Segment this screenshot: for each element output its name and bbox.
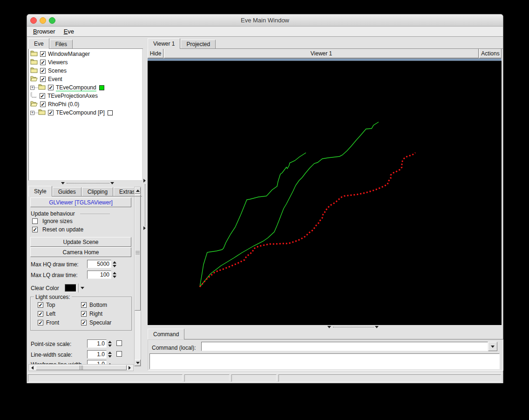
max-lq-input[interactable]: 100 [87,271,111,279]
max-hq-stepper[interactable] [111,260,117,268]
scroll-right-button[interactable] [127,365,133,371]
tab-viewer-1[interactable]: Viewer 1 [148,38,180,49]
light-specular-checkbox[interactable]: ✓ [81,320,87,325]
point-size-input[interactable]: 1.0 [87,339,107,348]
splitter-arrow-icon[interactable] [375,326,379,328]
tree-item-label[interactable]: TEveCompound [56,84,96,91]
viewer-title-bar[interactable]: Viewer 1 [164,48,479,58]
tree-item-viewers[interactable]: ✓ Viewers [30,58,68,67]
reset-on-update-checkbox[interactable]: ✓ [32,227,38,232]
tab-clipping[interactable]: Clipping [82,187,113,196]
ignore-sizes-checkbox[interactable] [32,218,38,224]
light-front-checkbox[interactable]: ✓ [38,320,43,325]
splitter-arrow-icon[interactable] [327,326,331,328]
tab-command[interactable]: Command [148,329,184,339]
tree-checkbox[interactable]: ✓ [40,60,46,65]
tree-item-teveprojectionaxes[interactable]: ✓ TEveProjectionAxes [30,92,98,100]
gl-viewer[interactable] [148,61,502,325]
spin-down-icon[interactable] [108,355,112,358]
tree-item-event[interactable]: ✓ Event [30,75,62,83]
tree-checkbox[interactable]: ✓ [48,85,54,90]
tree-item-label[interactable]: Event [48,76,62,82]
light-right-checkbox[interactable]: ✓ [81,311,87,317]
splitter-arrow-icon[interactable] [110,182,114,184]
spin-up-icon[interactable] [108,352,112,354]
tree-item-windowmanager[interactable]: ✓ WindowManager [30,50,90,58]
scroll-down-button[interactable] [135,359,141,366]
tree-item-tevecompound[interactable]: + ✓ TEveCompound [30,83,104,92]
style-vertical-scrollbar[interactable] [134,187,141,366]
tree-checkbox[interactable]: ✓ [48,110,54,115]
wireframe-stepper[interactable] [107,360,113,364]
tree-checkbox[interactable]: ✓ [40,102,46,107]
spin-up-icon[interactable] [108,341,112,343]
tree-item-tevecompound-p[interactable]: + ✓ TEveCompound [P] [30,108,113,117]
tree-item-label[interactable]: WindowManager [48,51,90,57]
spin-up-icon[interactable] [113,261,116,264]
point-size-stepper[interactable] [107,339,113,348]
scrollbar-thumb[interactable] [36,365,127,370]
tree-style-splitter[interactable] [28,181,142,185]
command-output[interactable] [149,353,500,369]
scroll-left-button[interactable] [29,365,35,371]
tab-guides[interactable]: Guides [53,187,81,196]
clear-color-dropdown-icon[interactable] [81,287,84,289]
light-left-checkbox[interactable]: ✓ [38,311,43,317]
tab-style[interactable]: Style [28,186,52,196]
command-input[interactable] [201,342,488,351]
camera-home-button[interactable]: Camera Home [30,247,131,257]
red-track[interactable] [200,153,415,287]
splitter-arrow-icon[interactable] [61,182,65,184]
tree-checkbox[interactable]: ✓ [40,76,46,82]
tab-projected[interactable]: Projected [181,40,216,49]
update-scene-button[interactable]: Update Scene [30,237,131,247]
title-bar[interactable]: Eve Main Window [27,14,503,27]
spin-down-icon[interactable] [113,276,116,278]
tab-files[interactable]: Files [50,40,73,49]
tree-checkbox[interactable]: ✓ [40,51,46,57]
wireframe-line-width-input[interactable]: 1.0 [87,360,107,364]
style-horizontal-scrollbar[interactable] [28,364,134,371]
scrollbar-thumb[interactable] [135,194,141,311]
max-hq-label: Max HQ draw time: [31,261,79,268]
point-size-checkbox[interactable] [116,340,122,346]
line-width-input[interactable]: 1.0 [87,350,107,359]
light-bottom-label: Bottom [89,302,107,308]
tree-item-label[interactable]: Scenes [48,68,67,74]
line-width-checkbox[interactable] [116,351,122,357]
glviewer-name-button[interactable]: GLViewer [TGLSAViewer] [30,197,131,207]
tree-item-label[interactable]: RhoPhi (0.0) [48,101,79,108]
tree-item-label[interactable]: TEveProjectionAxes [47,93,98,99]
tree-item-scenes[interactable]: ✓ Scenes [30,67,67,75]
command-history-dropdown[interactable] [488,342,497,351]
splitter-arrow-icon[interactable] [143,226,146,230]
light-top-checkbox[interactable]: ✓ [38,302,43,308]
color-swatch[interactable] [108,110,113,115]
spin-up-icon[interactable] [113,272,116,274]
menu-browser[interactable]: Browser [29,27,60,36]
max-hq-input[interactable]: 5000 [87,260,111,268]
spin-down-icon[interactable] [113,265,116,267]
menu-eve[interactable]: Eve [60,27,78,36]
clear-color-swatch[interactable] [65,284,76,292]
tree-checkbox[interactable]: ✓ [40,93,45,99]
line-width-stepper[interactable] [107,350,113,359]
tab-eve[interactable]: Eve [28,38,49,49]
tree-item-label[interactable]: TEveCompound [P] [56,109,105,116]
tree-item-label[interactable]: Viewers [48,59,68,66]
light-bottom-checkbox[interactable]: ✓ [81,302,87,308]
actions-button[interactable]: Actions [479,48,502,58]
spin-down-icon[interactable] [108,345,112,347]
expand-plus-icon[interactable]: + [30,111,34,115]
hide-button[interactable]: Hide [148,48,163,58]
green-track-left[interactable] [200,153,306,287]
tree-item-rhophi[interactable]: ✓ RhoPhi (0.0) [30,100,79,108]
color-swatch[interactable] [99,85,104,90]
status-segment [231,374,277,382]
max-lq-stepper[interactable] [111,271,117,279]
splitter-arrow-icon[interactable] [143,179,146,183]
scroll-up-button[interactable] [135,187,141,194]
expand-plus-icon[interactable]: + [30,86,34,90]
tree-checkbox[interactable]: ✓ [40,68,46,74]
green-track-right[interactable] [200,122,379,287]
